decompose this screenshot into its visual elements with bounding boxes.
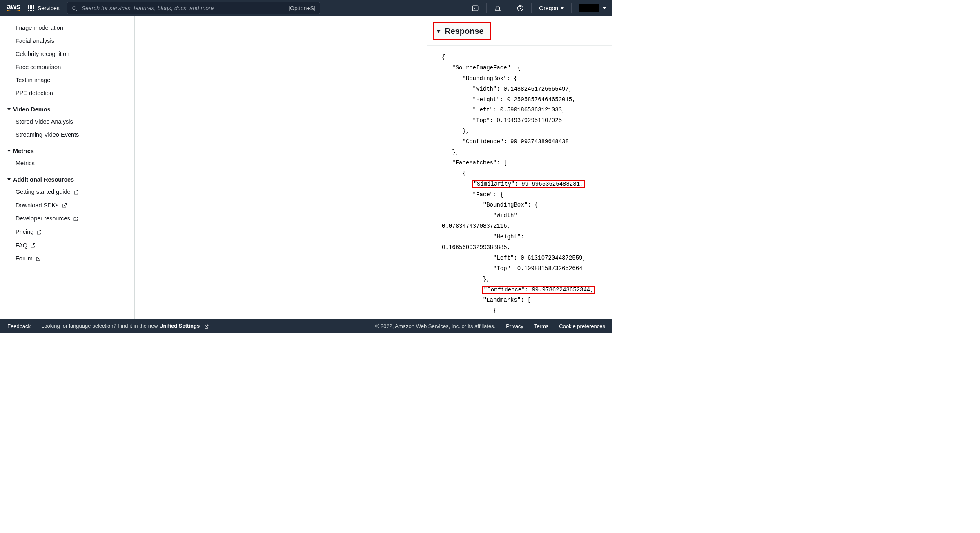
response-json-body: { "SourceImageFace": { "BoundingBox": { … [427,45,612,319]
main-content-area [135,16,427,319]
terms-link[interactable]: Terms [534,323,548,329]
svg-rect-2 [473,6,479,11]
language-hint: Looking for language selection? Find it … [41,323,209,329]
sidebar-section-video-demos[interactable]: Video Demos [6,100,134,115]
sidebar-item[interactable]: Download SDKs [6,199,134,212]
search-icon [71,5,78,11]
sidebar-item[interactable]: Streaming Video Events [6,128,134,141]
highlighted-json-line: "Similarity": 99.99653625488281, [473,181,584,187]
external-link-icon [73,189,79,195]
feedback-link[interactable]: Feedback [7,323,31,329]
notifications-icon[interactable] [494,4,501,12]
sidebar-section-metrics[interactable]: Metrics [6,141,134,157]
left-navigation-sidebar: Image moderationFacial analysisCelebrity… [0,16,135,319]
sidebar-item[interactable]: Metrics [6,157,134,170]
sidebar-item[interactable]: PPE detection [6,87,134,100]
help-icon[interactable] [517,4,524,12]
page-body: Image moderationFacial analysisCelebrity… [0,16,612,319]
sidebar-item[interactable]: Celebrity recognition [6,47,134,60]
svg-line-1 [76,9,77,11]
external-link-icon [73,216,79,222]
services-label: Services [38,5,60,11]
sidebar-item[interactable]: Pricing [6,225,134,239]
search-shortcut: [Option+S] [288,5,316,11]
external-link-icon [36,229,42,235]
unified-settings-link[interactable]: Unified Settings [159,323,209,329]
external-link-icon [30,242,36,249]
external-link-icon [204,324,209,329]
region-label: Oregon [539,5,558,11]
cookie-preferences-link[interactable]: Cookie preferences [559,323,605,329]
global-search-box[interactable]: Search for services, features, blogs, do… [67,2,320,14]
sidebar-item[interactable]: Developer resources [6,212,134,225]
search-placeholder: Search for services, features, blogs, do… [82,5,284,11]
response-section-toggle[interactable]: Response [434,23,490,39]
caret-down-icon [561,7,564,9]
sidebar-item[interactable]: Facial analysis [6,34,134,47]
caret-down-icon [7,150,11,152]
account-menu[interactable] [579,4,606,12]
caret-down-icon [603,7,606,9]
sidebar-item[interactable]: Stored Video Analysis [6,115,134,128]
external-link-icon [35,256,41,262]
response-header-label: Response [445,27,484,36]
caret-down-icon [7,178,11,181]
privacy-link[interactable]: Privacy [506,323,523,329]
aws-logo[interactable]: aws [7,5,20,11]
account-name-redacted [579,4,599,12]
sidebar-item[interactable]: Face comparison [6,60,134,73]
top-navigation-bar: aws Services Search for services, featur… [0,0,612,16]
grid-icon [28,5,34,11]
region-selector[interactable]: Oregon [539,5,564,11]
caret-down-icon [7,108,11,111]
cloudshell-icon[interactable] [472,4,479,12]
sidebar-item[interactable]: Text in image [6,73,134,87]
sidebar-item[interactable]: Getting started guide [6,185,134,199]
sidebar-item[interactable]: Image moderation [6,21,134,34]
sidebar-item[interactable]: Forum [6,252,134,265]
highlighted-json-line: "Confidence": 99.97862243652344, [483,286,595,293]
services-menu-button[interactable]: Services [28,5,60,11]
copyright-text: © 2022, Amazon Web Services, Inc. or its… [375,323,496,329]
svg-point-0 [72,6,76,9]
sidebar-section-additional[interactable]: Additional Resources [6,170,134,185]
response-panel: Response { "SourceImageFace": { "Boundin… [427,16,612,319]
caret-down-icon [437,30,441,33]
sidebar-item[interactable]: FAQ [6,239,134,252]
response-header-highlight: Response [433,22,491,40]
external-link-icon [61,202,67,209]
footer-bar: Feedback Looking for language selection?… [0,319,612,333]
